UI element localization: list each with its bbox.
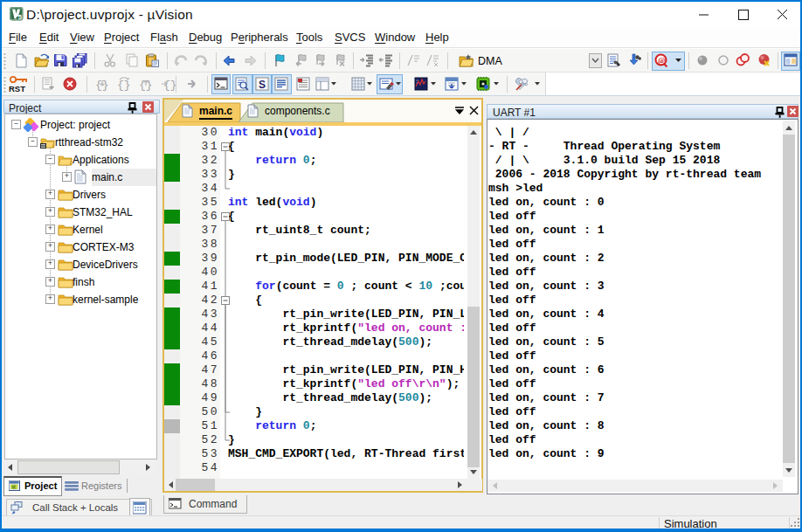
svg-text:@: @: [658, 56, 665, 65]
svg-text:{}: {}: [117, 79, 131, 92]
svg-text:S: S: [259, 79, 266, 91]
svg-text:RST: RST: [9, 84, 25, 93]
svg-text:5: 5: [18, 13, 22, 21]
